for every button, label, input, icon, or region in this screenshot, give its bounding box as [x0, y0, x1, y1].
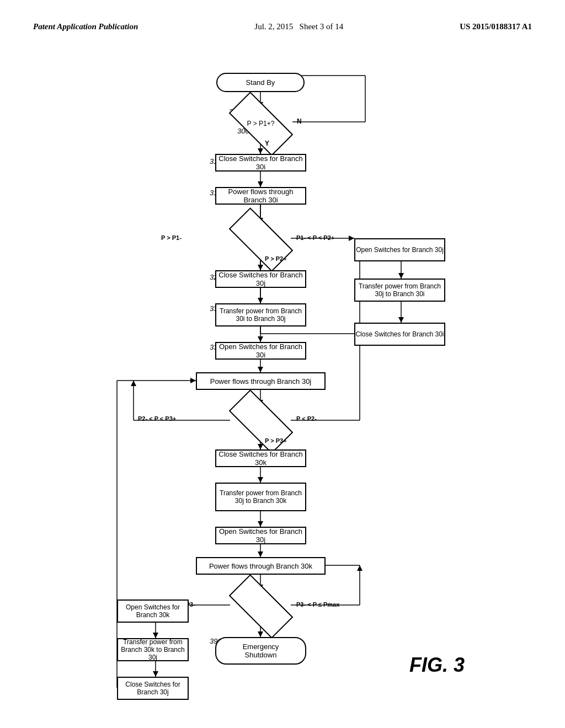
box-330: Transfer power from Branch 30i to Branch…: [215, 303, 306, 326]
box-355: Transfer power from Branch 30j to Branch…: [354, 279, 445, 302]
svg-marker-36: [398, 317, 404, 323]
box-365: Close Switches for Branch 30k: [215, 449, 306, 467]
svg-marker-57: [153, 671, 158, 677]
box-325: Close Switches for Branch 30j: [215, 270, 306, 288]
box-350: Close Switches for Branch 30i: [354, 323, 445, 346]
box-384: Close Switches for Branch 30j: [117, 677, 189, 700]
y-label: Y: [265, 140, 269, 147]
flowchart-diagram: 300 Stand By 305 P > P1+? N Y 310 Close …: [89, 48, 476, 688]
svg-marker-28: [131, 381, 136, 386]
p-p2minus-label: P < P2-: [296, 415, 317, 422]
box-380: Power flows through Branch 30k: [196, 557, 326, 575]
svg-marker-61: [258, 631, 263, 637]
box-386: Transfer power from Branch 30k to Branch…: [117, 638, 189, 661]
header-patent: US 2015/0188317 A1: [460, 22, 532, 31]
svg-marker-21: [258, 367, 263, 372]
box-310: Close Switches for Branch 30i: [215, 154, 306, 172]
n-label: N: [297, 117, 302, 125]
svg-marker-55: [153, 633, 158, 638]
svg-marker-17: [258, 298, 263, 303]
box-360: Open Switches for Branch 30j: [354, 238, 445, 261]
svg-marker-44: [258, 552, 263, 557]
box-335: Open Switches for Branch 30i: [215, 342, 306, 360]
box-370: Transfer power from Branch 30j to Branch…: [215, 483, 306, 511]
standby-box: Stand By: [216, 73, 305, 92]
p-p3plus-label: P > P3+: [265, 437, 287, 444]
diagram-container: 300 Stand By 305 P > P1+? N Y 310 Close …: [33, 48, 532, 688]
p2-p3-label: P2- < P < P3+: [138, 415, 176, 422]
box-340: Power flows through Branch 30j: [196, 372, 326, 390]
svg-marker-13: [258, 265, 263, 270]
p3-pmax-label: P3- < P ≤ Pmax: [296, 601, 339, 608]
header-title: Patent Application Publication: [33, 22, 138, 31]
diamond-382: [229, 590, 292, 622]
svg-marker-19: [258, 336, 263, 342]
box-375: Open Switches for Branch 30j: [215, 527, 306, 544]
patent-page: Patent Application Publication Jul. 2, 2…: [0, 0, 565, 728]
diamond-320: [229, 223, 292, 255]
page-header: Patent Application Publication Jul. 2, 2…: [33, 22, 532, 31]
svg-marker-3: [258, 148, 263, 154]
svg-marker-42: [258, 521, 263, 527]
svg-marker-5: [258, 181, 263, 187]
figure-label: FIG. 3: [409, 654, 465, 677]
emergency-shutdown-box: Emergency Shutdown: [215, 637, 306, 665]
svg-marker-30: [190, 378, 196, 383]
p1-p2-label: P1- < P < P2+: [296, 234, 334, 241]
p-p1minus-label: P > P1-: [161, 234, 182, 241]
box-388: Open Switches for Branch 30k: [117, 599, 189, 623]
p-p2plus-label: P > P2+: [265, 255, 287, 262]
box-315: Power flows through Branch 30i: [215, 187, 306, 205]
svg-marker-34: [398, 273, 404, 279]
diamond-345: [229, 405, 292, 437]
diamond-305: P > P1+?: [229, 108, 292, 140]
svg-marker-15: [349, 235, 354, 241]
svg-marker-49: [357, 565, 363, 571]
svg-marker-40: [258, 477, 263, 483]
header-date: Jul. 2, 2015 Sheet 3 of 14: [254, 22, 343, 31]
